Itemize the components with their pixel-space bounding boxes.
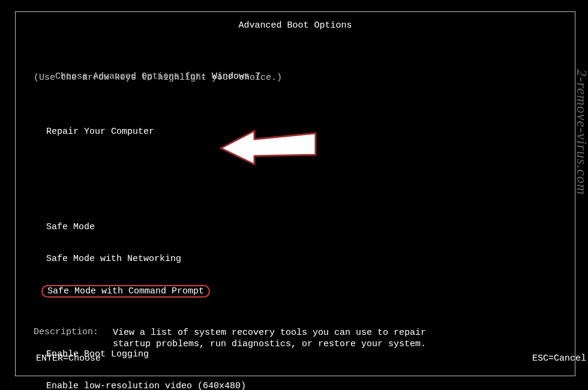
arrow-key-hint: (Use the arrow keys to highlight your ch…: [34, 73, 282, 83]
watermark: 2-remove-virus.com: [574, 69, 589, 195]
annotation-arrow-icon: [218, 120, 320, 167]
selected-highlight: Safe Mode with Command Prompt: [41, 285, 210, 298]
footer-enter: ENTER=Choose: [36, 353, 101, 364]
svg-marker-0: [221, 131, 316, 164]
description-text: View a list of system recovery tools you…: [113, 327, 426, 350]
boot-menu-frame: Advanced Boot Options Choose Advanced Op…: [15, 11, 575, 376]
description-label: Description:: [34, 327, 98, 337]
footer-hints: ENTER=Choose ESC=Cancel: [36, 353, 586, 364]
option-low-res[interactable]: Enable low-resolution video (640x480): [46, 380, 278, 390]
option-safe-mode[interactable]: Safe Mode: [46, 221, 278, 233]
footer-esc: ESC=Cancel: [532, 353, 586, 364]
option-safe-mode-cmd[interactable]: Safe Mode with Command Prompt: [46, 285, 278, 296]
option-safe-mode-networking[interactable]: Safe Mode with Networking: [46, 253, 278, 265]
page-title: Advanced Boot Options: [238, 20, 352, 31]
